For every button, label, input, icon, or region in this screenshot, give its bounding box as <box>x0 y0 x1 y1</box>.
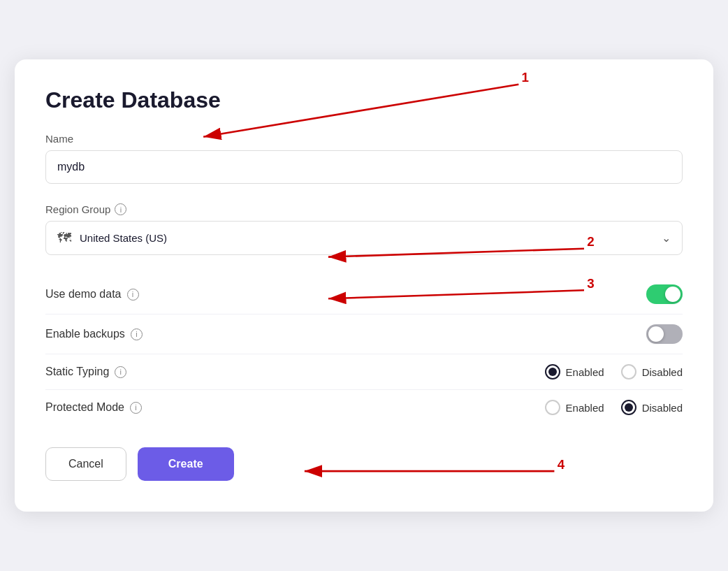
map-icon: 🗺 <box>57 230 71 246</box>
use-demo-row: Use demo data i <box>45 275 683 315</box>
region-select[interactable]: 🗺 United States (US) ⌄ <box>45 221 683 255</box>
page-title: Create Database <box>45 87 683 113</box>
region-value: United States (US) <box>80 232 653 244</box>
use-demo-label: Use demo data i <box>45 288 139 301</box>
static-typing-disabled-radio[interactable] <box>621 364 636 380</box>
protected-mode-row: Protected Mode i Enabled Disabled <box>45 390 683 425</box>
static-typing-enabled-radio[interactable] <box>545 364 560 380</box>
svg-text:1: 1 <box>522 70 529 85</box>
create-database-dialog: 1 2 3 4 Create Database Name Region Grou… <box>15 59 713 512</box>
static-typing-row: Static Typing i Enabled Disabled <box>45 354 683 390</box>
cancel-button[interactable]: Cancel <box>45 447 126 481</box>
options-section: Use demo data i Enable backups i <box>45 275 683 425</box>
region-label: Region Group i <box>45 203 683 215</box>
protected-mode-enabled-option[interactable]: Enabled <box>545 400 604 415</box>
protected-mode-disabled-radio[interactable] <box>621 400 636 415</box>
use-demo-info-icon: i <box>127 289 139 301</box>
protected-mode-label: Protected Mode i <box>45 401 142 414</box>
use-demo-toggle[interactable] <box>646 284 683 304</box>
protected-mode-disabled-option[interactable]: Disabled <box>621 400 683 415</box>
protected-mode-radio-group: Enabled Disabled <box>545 400 683 415</box>
static-typing-info-icon: i <box>115 366 126 378</box>
protected-mode-enabled-radio[interactable] <box>545 400 560 415</box>
protected-mode-info-icon: i <box>130 402 142 414</box>
static-typing-disabled-option[interactable]: Disabled <box>621 364 683 380</box>
static-typing-label: Static Typing i <box>45 366 126 378</box>
button-row: Cancel Create <box>45 447 683 481</box>
name-input[interactable] <box>45 150 683 184</box>
region-info-icon: i <box>115 203 126 215</box>
static-typing-radio-group: Enabled Disabled <box>545 364 683 380</box>
enable-backups-toggle[interactable] <box>646 324 683 344</box>
name-label: Name <box>45 133 683 145</box>
enable-backups-info-icon: i <box>131 328 143 340</box>
create-button[interactable]: Create <box>138 447 234 481</box>
static-typing-enabled-option[interactable]: Enabled <box>545 364 604 380</box>
chevron-down-icon: ⌄ <box>662 231 671 245</box>
enable-backups-row: Enable backups i <box>45 315 683 354</box>
enable-backups-label: Enable backups i <box>45 328 143 340</box>
region-group-section: Region Group i 🗺 United States (US) ⌄ <box>45 203 683 255</box>
